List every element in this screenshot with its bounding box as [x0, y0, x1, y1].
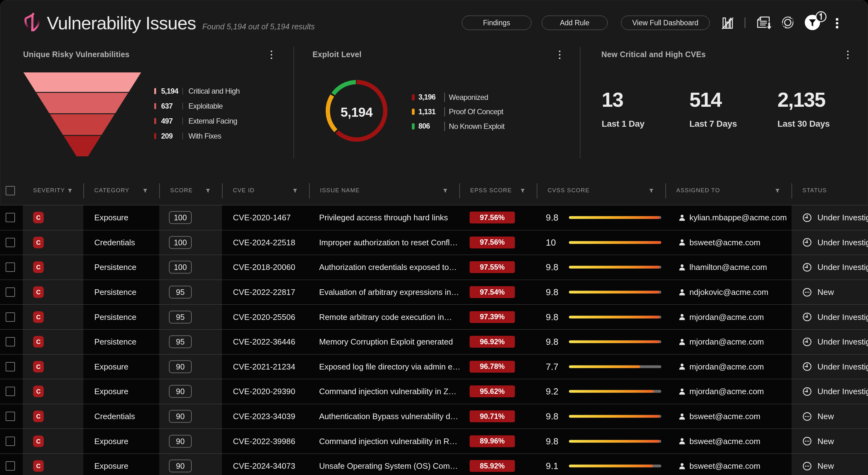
column-filter-icon[interactable]: [775, 189, 780, 194]
chart-disabled-icon[interactable]: [721, 16, 734, 29]
column-filter-icon[interactable]: [293, 189, 297, 194]
donut-panel-kebab-icon[interactable]: [558, 49, 562, 60]
cell-cvss: 9.1: [537, 454, 665, 475]
category-text: Exposure: [94, 213, 128, 223]
row-checkbox[interactable]: [6, 337, 15, 346]
cvss-score-bar: [569, 365, 661, 368]
kebab-menu-icon[interactable]: [835, 17, 840, 30]
funnel-panel-kebab-icon[interactable]: [270, 49, 274, 60]
category-text: Exposure: [94, 387, 128, 397]
legend-label: Weaponized: [449, 93, 488, 102]
column-separator: [83, 183, 84, 198]
table-row: CCredentials90CVE-2023-34039Authenticati…: [0, 404, 868, 429]
row-checkbox[interactable]: [6, 412, 15, 421]
stat-value: 13: [602, 90, 623, 110]
status-clock-icon: [803, 238, 811, 247]
row-checkbox[interactable]: [6, 262, 15, 272]
legend-divider: [182, 103, 183, 109]
legend-value: 3,196: [418, 93, 444, 101]
status-text: Under Investigation: [817, 387, 868, 397]
cell-issue_name: Privileged access through hard links: [309, 205, 459, 230]
table-row: CExposure90CVE-2022-39986Command injecti…: [0, 429, 868, 453]
cell-epss: 97.56%: [459, 205, 537, 230]
legend-divider: [182, 133, 183, 139]
cell-cvss: 9.2: [537, 379, 665, 404]
row-checkbox[interactable]: [6, 213, 15, 222]
severity-badge: C: [33, 212, 44, 223]
column-header-cve-id[interactable]: CVE ID: [233, 187, 254, 194]
score-box: 100: [169, 211, 192, 224]
cve-id-text: CVE-2018-20060: [233, 262, 296, 272]
column-filter-icon[interactable]: [68, 189, 72, 194]
row-checkbox[interactable]: [6, 238, 15, 247]
cve-id-text: CVE-2024-34073: [233, 461, 296, 471]
column-header-cvss-score[interactable]: CVSS SCORE: [548, 187, 589, 194]
severity-badge: C: [33, 386, 44, 397]
column-header-status[interactable]: STATUS: [802, 187, 827, 194]
score-box: 95: [169, 336, 192, 348]
cell-epss: 97.55%: [459, 255, 537, 280]
cell-cve_id: CVE-2018-20060: [222, 255, 309, 280]
cell-severity: C: [23, 429, 83, 453]
column-header-assigned-to[interactable]: ASSIGNED TO: [676, 187, 720, 194]
row-checkbox[interactable]: [6, 387, 15, 396]
cell-issue_name: Authentication Bypass vulnerability d…: [309, 404, 459, 429]
column-filter-icon[interactable]: [649, 189, 653, 194]
cve-id-text: CVE-2022-36446: [233, 337, 296, 347]
funnel-slice: [36, 93, 128, 113]
stat-label: Last 30 Days: [777, 119, 830, 129]
filter-icon[interactable]: [805, 10, 829, 32]
row-checkbox[interactable]: [6, 437, 15, 446]
cell-assigned_to: mjordan@acme.com: [665, 305, 792, 329]
severity-badge: C: [33, 311, 44, 323]
cell-checkbox: [0, 280, 23, 305]
cve-id-text: CVE-2020-25506: [233, 312, 296, 322]
toolbar-divider: [745, 18, 745, 28]
cell-assigned_to: mjordan@acme.com: [665, 379, 792, 404]
view-full-dashboard-button[interactable]: View Full Dashboard: [621, 15, 710, 30]
column-filter-icon[interactable]: [206, 189, 210, 194]
row-checkbox[interactable]: [6, 287, 15, 297]
status-text: New: [817, 412, 834, 421]
cell-issue_name: Exposed log file directory via admin e…: [309, 354, 459, 379]
stats-panel-kebab-icon[interactable]: [846, 49, 850, 60]
column-header-category[interactable]: CATEGORY: [94, 187, 130, 194]
status-clock-icon: [803, 362, 811, 371]
issue-name-text: Remote arbitrary code execution in…: [319, 312, 452, 322]
add-rule-button[interactable]: Add Rule: [542, 15, 608, 30]
cell-cve_id: CVE-2021-21234: [222, 354, 309, 379]
column-header-score[interactable]: SCORE: [170, 187, 193, 194]
row-checkbox[interactable]: [6, 312, 15, 322]
issues-table: CExposure100CVE-2020-1467Privileged acce…: [0, 205, 868, 475]
assigned-to-text: mjordan@acme.com: [689, 362, 764, 371]
person-icon: [679, 438, 685, 445]
epss-score-badge: 85.92%: [470, 460, 515, 472]
cvss-score-value: 7.7: [546, 361, 558, 372]
column-filter-icon[interactable]: [521, 189, 525, 194]
cell-cve_id: CVE-2023-34039: [222, 404, 309, 429]
cell-checkbox: [0, 255, 23, 280]
row-checkbox[interactable]: [6, 362, 15, 371]
export-report-icon[interactable]: [757, 16, 772, 31]
cell-score: 90: [159, 429, 222, 453]
select-all-checkbox[interactable]: [6, 186, 15, 195]
cell-checkbox: [0, 230, 23, 255]
column-header-issue-name[interactable]: ISSUE NAME: [320, 187, 360, 194]
column-header-severity[interactable]: SEVERITY: [33, 187, 65, 194]
cell-cvss: 9.8: [537, 205, 665, 230]
epss-score-badge: 89.96%: [470, 435, 515, 447]
assigned-to-text: bsweet@acme.com: [689, 436, 760, 446]
legend-value: 497: [161, 117, 182, 125]
column-filter-icon[interactable]: [143, 189, 147, 194]
funnel-chart: [12, 66, 156, 168]
donut-panel-title: Exploit Level: [313, 50, 362, 59]
sync-icon[interactable]: [781, 16, 794, 29]
column-header-epss-score[interactable]: EPSS SCORE: [470, 187, 512, 194]
funnel-slice: [23, 72, 141, 92]
epss-score-badge: 97.56%: [470, 212, 515, 223]
row-checkbox[interactable]: [6, 461, 15, 471]
table-row: CPersistence100CVE-2018-20060Authorizati…: [0, 255, 868, 280]
status-clock-icon: [803, 213, 811, 222]
column-filter-icon[interactable]: [443, 189, 447, 194]
findings-button[interactable]: Findings: [462, 15, 531, 30]
